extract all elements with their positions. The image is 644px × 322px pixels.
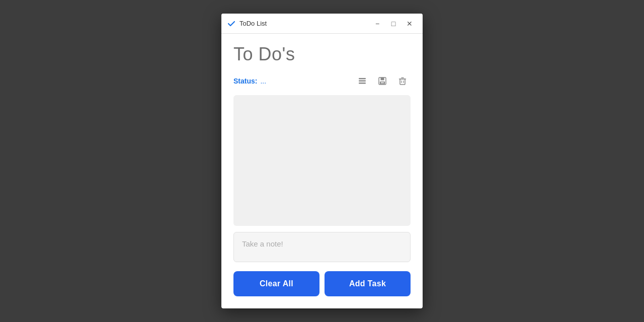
window-title: ToDo List: [239, 20, 370, 27]
svg-rect-6: [381, 83, 384, 84]
window-controls: − □ ✕: [370, 17, 417, 31]
save-icon: [377, 76, 387, 86]
maximize-button[interactable]: □: [386, 17, 400, 31]
add-task-button[interactable]: Add Task: [325, 271, 411, 296]
title-bar: ToDo List − □ ✕: [221, 14, 423, 34]
trash-icon: [397, 76, 408, 86]
list-view-button[interactable]: [354, 73, 370, 89]
app-icon: [227, 20, 235, 28]
minimize-button[interactable]: −: [370, 17, 384, 31]
svg-rect-2: [359, 83, 366, 84]
save-button[interactable]: [374, 73, 390, 89]
todo-window: ToDo List − □ ✕ To Do's Status: ...: [221, 14, 423, 308]
svg-rect-1: [359, 80, 366, 82]
app-content: To Do's Status: ...: [221, 34, 423, 308]
button-row: Clear All Add Task: [233, 271, 411, 296]
clear-all-button[interactable]: Clear All: [233, 271, 319, 296]
status-bar: Status: ...: [233, 73, 411, 89]
app-heading: To Do's: [233, 44, 411, 65]
toolbar-icons: [354, 73, 411, 89]
svg-rect-0: [359, 78, 366, 79]
status-label: Status:: [233, 77, 257, 85]
close-button[interactable]: ✕: [403, 17, 417, 31]
status-value: ...: [260, 77, 354, 85]
task-list-area: [233, 95, 411, 226]
note-input[interactable]: [233, 232, 411, 262]
svg-rect-7: [400, 79, 405, 85]
delete-button[interactable]: [394, 73, 411, 89]
list-icon: [357, 76, 367, 86]
svg-rect-4: [381, 77, 384, 80]
